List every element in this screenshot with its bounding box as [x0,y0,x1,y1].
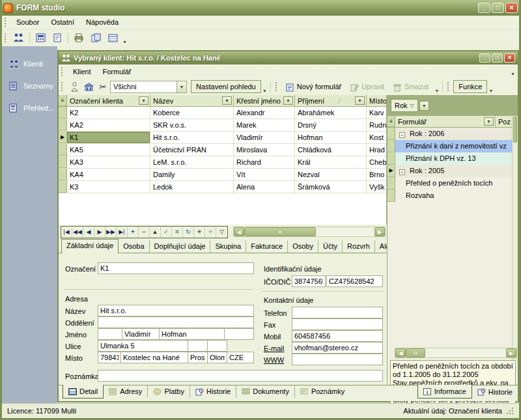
window-border [0,0,521,420]
